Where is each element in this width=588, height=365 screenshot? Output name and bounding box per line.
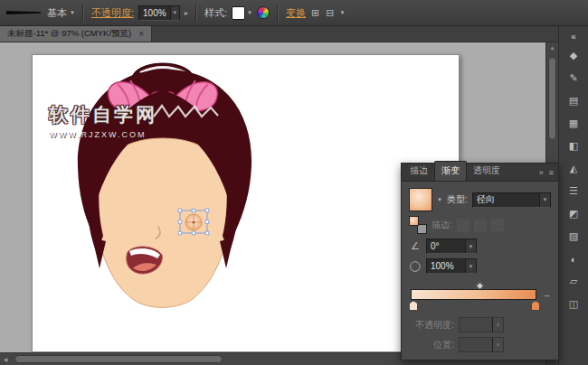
transparency-panel-icon[interactable]: ▨ (562, 226, 585, 247)
opacity-value: 100% (139, 8, 170, 18)
swatches-panel-icon[interactable]: ▤ (562, 90, 585, 111)
fill-square-icon (409, 216, 419, 226)
collapse-dock-icon[interactable]: « (562, 29, 585, 43)
divider (195, 4, 197, 22)
chevron-down-icon: ▼ (492, 338, 503, 351)
symbols-panel-icon[interactable]: ▦ (562, 113, 585, 134)
document-title: 未标题-11* @ 97% (CMYK/预览) (7, 28, 131, 40)
appearance-panel-icon[interactable]: ◐ (562, 248, 585, 269)
stroke-panel-icon[interactable]: ☰ (562, 181, 585, 201)
aspect-ratio-value: 100% (427, 261, 465, 271)
opacity-link[interactable]: 不透明度: (91, 6, 134, 20)
gradient-bar[interactable] (411, 289, 536, 300)
gradient-swatch[interactable] (409, 188, 432, 211)
recolor-artwork-icon[interactable] (257, 6, 270, 19)
style-dropdown[interactable]: ▼ (232, 6, 252, 20)
brush-definition-dropdown[interactable]: 基本 ▼ (47, 6, 75, 20)
stroke-preview[interactable] (6, 6, 43, 19)
chevron-down-icon: ▼ (247, 10, 252, 15)
illustrator-window: 基本 ▼ 不透明度: 100% ▼ ▸ 样式: ▼ 变换 ⊞ ⊟ ▼ 未标题-1… (0, 0, 588, 365)
color-panel-icon[interactable]: ◧ (562, 136, 585, 156)
control-bar: 基本 ▼ 不透明度: 100% ▼ ▸ 样式: ▼ 变换 ⊞ ⊟ ▼ (0, 0, 588, 26)
tab-gradient[interactable]: 渐变 (434, 161, 467, 181)
brush-definition-label: 基本 (47, 6, 67, 20)
chevron-down-icon: ▼ (492, 318, 503, 332)
gradient-stop-start[interactable] (409, 301, 418, 311)
reverse-gradient-icon[interactable]: ↔ (543, 290, 551, 299)
gradient-panel-icon[interactable]: ◩ (562, 203, 585, 224)
document-tab-bar: 未标题-11* @ 97% (CMYK/预览) × (0, 26, 558, 42)
gradient-panel: 描边 渐变 透明度 » ≡ ▼ 类型: 径向 ▼ (401, 163, 559, 360)
stop-opacity-label: 不透明度: (409, 319, 454, 332)
vertical-scroll-thumb[interactable] (548, 57, 556, 140)
panel-collapse-icon[interactable]: » (536, 168, 546, 181)
transform-link[interactable]: 变换 (286, 6, 306, 20)
brushes-panel-icon[interactable]: ✎ (562, 68, 585, 89)
stroke-line-icon (6, 11, 41, 14)
fill-stroke-indicator-icon[interactable] (409, 216, 427, 234)
chevron-down-icon[interactable]: ▼ (170, 6, 179, 20)
tab-stroke[interactable]: 描边 (403, 162, 434, 181)
chevron-down-icon[interactable]: ▼ (465, 259, 476, 273)
scroll-up-icon[interactable]: ▲ (546, 42, 558, 53)
angle-icon: ∠ (409, 240, 422, 252)
chevron-down-icon[interactable]: ▼ (437, 197, 442, 202)
divider (277, 4, 279, 22)
tab-transparency[interactable]: 透明度 (467, 162, 507, 181)
aspect-ratio-icon: ◯ (409, 260, 422, 272)
document-tab[interactable]: 未标题-11* @ 97% (CMYK/预览) × (0, 26, 152, 42)
girl-face-artwork[interactable] (52, 59, 279, 352)
gradient-angle-value: 0° (427, 241, 465, 251)
gradient-type-select[interactable]: 径向 ▼ (472, 192, 551, 208)
gradient-across-stroke-icon[interactable] (491, 220, 504, 231)
gradient-panel-body: ▼ 类型: 径向 ▼ 描边: ∠ 0° (402, 182, 558, 360)
distribute-icon[interactable]: ⊟ (325, 7, 335, 19)
artboard[interactable]: 软件自学网 WWW.RJZXW.COM (32, 54, 460, 352)
aspect-ratio-field[interactable]: 100% ▼ (426, 258, 477, 274)
gradient-stop-end[interactable] (531, 301, 540, 311)
chevron-down-icon[interactable]: ▼ (339, 10, 345, 15)
chevron-down-icon: ▼ (70, 10, 75, 15)
gradient-slider[interactable]: ↔ (409, 282, 551, 311)
close-icon[interactable]: × (138, 29, 144, 39)
layers-panel-icon[interactable]: ▱ (562, 271, 585, 292)
stroke-label: 描边: (432, 219, 452, 231)
gradient-along-stroke-icon[interactable] (474, 220, 487, 231)
stop-position-field[interactable]: ▼ (459, 337, 504, 352)
horizontal-scroll-thumb[interactable] (14, 355, 223, 363)
tools-panel-icon[interactable]: ◆ (562, 45, 585, 66)
align-icon[interactable]: ⊞ (310, 7, 320, 19)
stop-opacity-field[interactable]: ▼ (459, 317, 504, 332)
style-swatch-icon (232, 6, 245, 20)
stop-position-label: 位置: (409, 339, 454, 351)
chevron-down-icon[interactable]: ▼ (539, 193, 550, 207)
gradient-within-stroke-icon[interactable] (457, 220, 469, 231)
divider (82, 4, 84, 22)
panel-menu-icon[interactable]: ≡ (546, 168, 556, 181)
chevron-down-icon[interactable]: ▼ (465, 239, 476, 253)
type-label: 类型: (447, 193, 468, 206)
opacity-field[interactable]: 100% ▼ (138, 5, 180, 21)
artboards-panel-icon[interactable]: ◫ (562, 294, 585, 314)
panel-dock: « ◆ ✎ ▤ ▦ ◧ ◭ ☰ ◩ ▨ ◐ ▱ ◫ (558, 26, 588, 365)
gradient-type-value: 径向 (473, 193, 539, 206)
style-label: 样式: (204, 6, 227, 20)
color-guide-panel-icon[interactable]: ◭ (562, 158, 585, 179)
scroll-left-icon[interactable]: ◀ (0, 353, 11, 365)
gradient-panel-tabs: 描边 渐变 透明度 » ≡ (402, 164, 558, 182)
flyout-arrow-icon[interactable]: ▸ (185, 9, 188, 17)
gradient-angle-field[interactable]: 0° ▼ (426, 239, 477, 254)
